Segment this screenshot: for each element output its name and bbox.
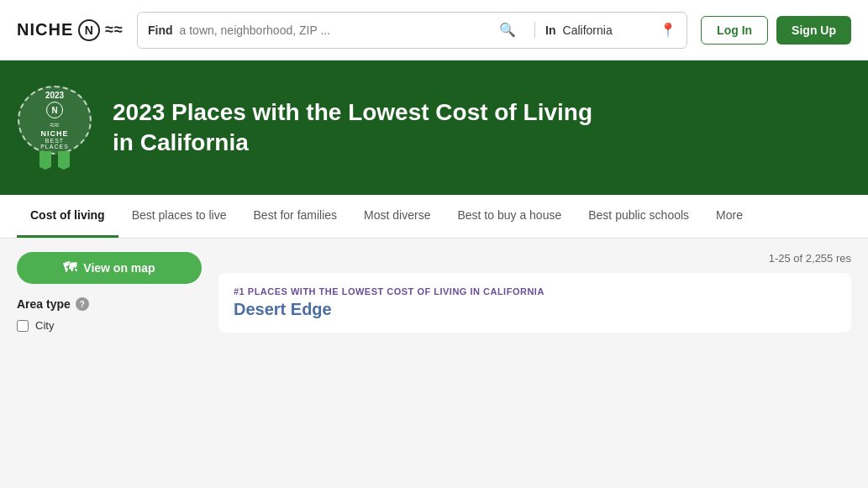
logo-waves-icon: ≈≈ [105,21,124,39]
tab-most-diverse[interactable]: Most diverse [350,194,444,238]
hero-title: 2023 Places with the Lowest Cost of Livi… [113,97,592,159]
tab-best-families[interactable]: Best for families [240,194,351,238]
tab-best-places[interactable]: Best places to live [118,194,240,238]
badge-container: 2023 N ≈≈ NICHE BEST PLACES [17,86,92,170]
tabs-container: Cost of living Best places to live Best … [0,195,868,239]
tab-cost-of-living[interactable]: Cost of living [17,194,118,238]
result-name-link[interactable]: Desert Edge [234,300,836,319]
find-label: Find [148,24,173,37]
search-bar: Find 🔍 In California 📍 [137,12,687,49]
city-checkbox[interactable] [17,320,29,332]
header-buttons: Log In Sign Up [701,16,851,45]
search-find-section: Find 🔍 [138,22,535,38]
logo-n-icon: N [78,19,100,41]
hero-title-line1: 2023 Places with the Lowest Cost of Livi… [113,99,592,125]
tab-best-buy-house[interactable]: Best to buy a house [444,194,575,238]
results-count: 1-25 of 2,255 res [218,252,851,265]
signup-button[interactable]: Sign Up [776,16,851,45]
logo-text: NICHE [17,20,73,39]
badge-best-text: BEST [40,138,69,144]
result-rank-label: #1 PLACES WITH THE LOWEST COST OF LIVING… [234,286,836,296]
search-icon-button[interactable]: 🔍 [491,22,524,38]
main-content: 1-25 of 2,255 res #1 PLACES WITH THE LOW… [218,252,851,488]
award-badge: 2023 N ≈≈ NICHE BEST PLACES [17,86,92,170]
badge-places-text: PLACES [40,144,69,150]
location-icon: 📍 [660,22,676,38]
location-value: California [563,24,654,37]
badge-year: 2023 [40,91,69,100]
tab-best-schools[interactable]: Best public schools [575,194,702,238]
view-on-map-button[interactable]: 🗺 View on map [17,252,202,284]
city-label[interactable]: City [35,319,54,332]
login-button[interactable]: Log In [701,16,768,45]
view-on-map-label: View on map [83,261,155,275]
tab-more[interactable]: More [702,194,756,238]
niche-logo[interactable]: NICHE N ≈≈ [17,19,124,41]
content-area: 🗺 View on map Area type ? City 1-25 of 2… [0,239,868,488]
header: NICHE N ≈≈ Find 🔍 In California 📍 Log In… [0,0,868,60]
checkbox-city: City [17,319,202,332]
search-input[interactable] [180,24,485,37]
badge-outer-ring: 2023 N ≈≈ NICHE BEST PLACES [18,86,92,155]
in-label: In [545,24,555,37]
badge-n-icon: N [46,102,63,118]
area-type-label: Area type [17,297,71,311]
badge-niche-text: NICHE [40,129,69,138]
badge-inner-content: 2023 N ≈≈ NICHE BEST PLACES [40,91,69,150]
area-type-help-icon[interactable]: ? [76,297,89,311]
badge-waves-icon: ≈≈ [40,120,69,129]
ribbon-right [58,151,70,170]
hero-title-line2: in California [113,129,249,155]
result-card-1: #1 PLACES WITH THE LOWEST COST OF LIVING… [218,273,851,333]
area-type-header: Area type ? [17,297,202,311]
hero-banner: 2023 N ≈≈ NICHE BEST PLACES 2023 Places … [0,60,868,195]
area-type-section: Area type ? City [17,297,202,332]
sidebar: 🗺 View on map Area type ? City [17,252,202,488]
search-in-section: In California 📍 [535,22,687,38]
map-icon: 🗺 [63,260,76,275]
ribbon-left [39,151,51,170]
